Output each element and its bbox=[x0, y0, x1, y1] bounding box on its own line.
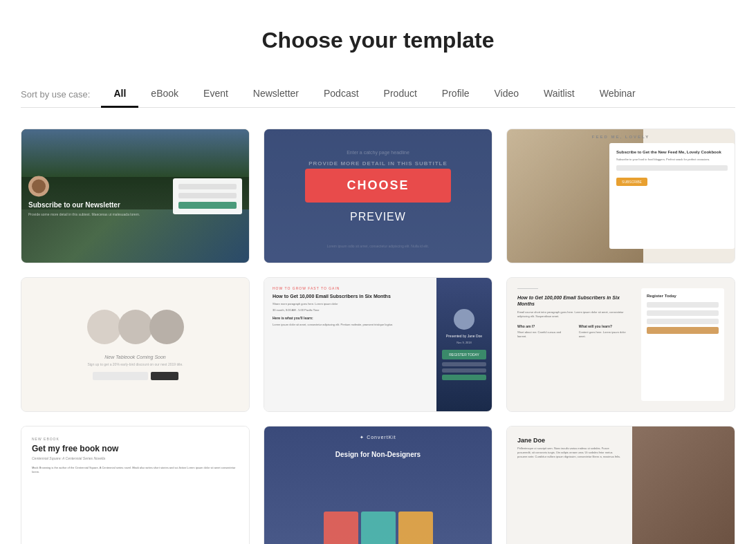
preview-button-5[interactable]: PREVIEW bbox=[350, 359, 406, 372]
page-container: Choose your template Sort by use case: A… bbox=[0, 0, 756, 544]
choose-button-2[interactable]: CHOOSE bbox=[305, 169, 450, 203]
preview-button-6[interactable]: PREVIEW bbox=[593, 359, 649, 372]
preview-button-8[interactable]: PREVIEW bbox=[350, 508, 406, 520]
tab-product[interactable]: Product bbox=[371, 81, 430, 108]
tab-newsletter[interactable]: Newsletter bbox=[241, 81, 311, 108]
template-card-8[interactable]: ✦ ConvertKit Design for Non-Designers CH… bbox=[264, 426, 492, 544]
tab-video[interactable]: Video bbox=[482, 81, 532, 108]
tab-ebook[interactable]: eBook bbox=[138, 81, 191, 108]
tab-waitlist[interactable]: Waitlist bbox=[531, 81, 587, 108]
tab-webinar[interactable]: Webinar bbox=[587, 81, 648, 108]
template-card-3[interactable]: FEED ME, LOVELY Subscribe to Get the New… bbox=[506, 129, 735, 263]
filter-bar: Sort by use case: All eBook Event Newsle… bbox=[21, 81, 735, 108]
choose-button-6[interactable]: CHOOSE bbox=[548, 317, 693, 351]
choose-button-4[interactable]: CHOOSE bbox=[62, 317, 208, 351]
template-card-2[interactable]: Enter a catchy page headline PROVIDE MOR… bbox=[264, 129, 492, 263]
preview-button-3[interactable]: PREVIEW bbox=[593, 211, 649, 223]
tab-profile[interactable]: Profile bbox=[430, 81, 482, 108]
template-card-5[interactable]: HOW TO GROW FAST TO GAIN How to Get 10,0… bbox=[264, 277, 492, 412]
filter-tabs: All eBook Event Newsletter Podcast Produ… bbox=[101, 81, 735, 107]
choose-button-5[interactable]: CHOOSE bbox=[305, 317, 450, 351]
preview-button-7[interactable]: PREVIEW bbox=[107, 508, 163, 520]
choose-button-3[interactable]: CHOOSE bbox=[548, 169, 693, 203]
page-title: Choose your template bbox=[21, 28, 735, 53]
sort-label: Sort by use case: bbox=[21, 89, 90, 100]
choose-button-1[interactable]: CHOOSE bbox=[62, 169, 208, 203]
template-card-4[interactable]: New Tableook Coming Soon Sign up to get … bbox=[21, 277, 250, 412]
template-card-1[interactable]: Subscribe to our Newsletter Provide some… bbox=[21, 129, 250, 263]
preview-button-2[interactable]: PREVIEW bbox=[350, 211, 406, 223]
tab-podcast[interactable]: Podcast bbox=[311, 81, 371, 108]
card-2-overlay: CHOOSE PREVIEW bbox=[264, 129, 492, 263]
tab-all[interactable]: All bbox=[101, 81, 138, 108]
tab-event[interactable]: Event bbox=[191, 81, 241, 108]
template-card-7[interactable]: NEW EBOOK Get my free book now Centennia… bbox=[21, 426, 250, 544]
templates-grid: Subscribe to our Newsletter Provide some… bbox=[21, 129, 735, 544]
template-card-6[interactable]: How to Get 100,000 Email Subscribers in … bbox=[506, 277, 735, 412]
preview-button-4[interactable]: PREVIEW bbox=[107, 359, 163, 372]
preview-button-9[interactable]: PREVIEW bbox=[593, 508, 649, 520]
choose-button-7[interactable]: CHOOSE bbox=[62, 466, 208, 500]
template-card-9[interactable]: Jane Doe Pellentesque ut suscipit sem. N… bbox=[506, 426, 735, 544]
preview-button-1[interactable]: PREVIEW bbox=[107, 211, 163, 223]
choose-button-9[interactable]: CHOOSE bbox=[548, 466, 693, 500]
choose-button-8[interactable]: CHOOSE bbox=[305, 466, 450, 500]
